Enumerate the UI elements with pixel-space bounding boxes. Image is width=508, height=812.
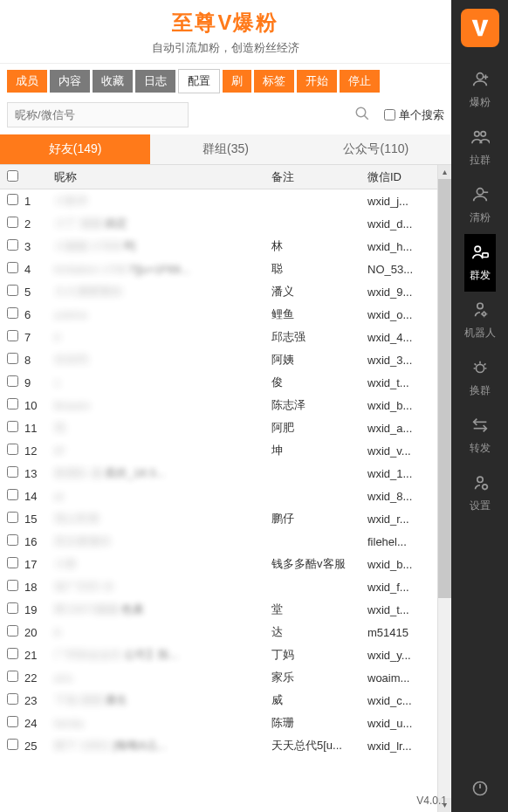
row-checkbox[interactable]: [7, 602, 18, 614]
row-checkbox[interactable]: [7, 262, 18, 273]
sidebar-item-jiqiren[interactable]: 机器人: [464, 292, 496, 349]
row-checkbox[interactable]: [7, 194, 18, 205]
row-wxid: wxid_c...: [367, 694, 437, 707]
log-button[interactable]: 日志: [135, 70, 175, 93]
row-checkbox[interactable]: [7, 398, 18, 409]
sidebar-item-baofen[interactable]: 爆粉: [464, 61, 496, 119]
row-checkbox[interactable]: [7, 489, 18, 500]
content-button[interactable]: 内容: [50, 70, 90, 93]
row-number: 9: [24, 376, 51, 389]
table-row[interactable]: 208达m51415: [0, 621, 437, 643]
table-row[interactable]: 17小兽钱多多酷v客服wxid_b...: [0, 553, 437, 575]
row-remark: 阿肥: [271, 420, 367, 436]
header-nick[interactable]: 昵称: [51, 169, 271, 185]
row-number: 17: [24, 558, 51, 571]
row-checkbox[interactable]: [7, 648, 18, 659]
scroll-up-button[interactable]: ▴: [438, 165, 451, 179]
header-wxid[interactable]: 微信ID: [367, 169, 437, 185]
row-wxid: wxid_y...: [367, 649, 437, 662]
table-row[interactable]: 10Brasen陈志泽wxid_b...: [0, 394, 437, 416]
table-row[interactable]: 23下场 团团 潘生威wxid_c...: [0, 689, 437, 712]
table-row[interactable]: 24family陈珊wxid_u...: [0, 712, 437, 734]
table-row[interactable]: 14alwxid_8...: [0, 485, 437, 507]
vertical-scrollbar[interactable]: ▴ ▾: [437, 165, 451, 812]
table-row[interactable]: 12IP坤wxid_v...: [0, 439, 437, 462]
table-row[interactable]: 7if邱志强wxid_4...: [0, 326, 437, 348]
row-remark: 阿姨: [271, 352, 367, 368]
single-search-checkbox[interactable]: [384, 109, 395, 120]
sidebar-item-qunfa[interactable]: 群发: [464, 234, 496, 292]
table-row[interactable]: 1小新米wxid_j...: [0, 189, 437, 212]
row-checkbox[interactable]: [7, 671, 18, 682]
row-checkbox[interactable]: [7, 716, 18, 727]
config-button[interactable]: 配置: [178, 69, 220, 93]
select-all-checkbox[interactable]: [7, 170, 18, 182]
row-checkbox[interactable]: [7, 239, 18, 251]
start-button[interactable]: 开始: [297, 70, 337, 93]
stop-button[interactable]: 停止: [340, 70, 380, 93]
tags-button[interactable]: 标签: [254, 70, 294, 93]
row-checkbox[interactable]: [7, 512, 18, 523]
power-icon[interactable]: [471, 771, 489, 812]
refresh-button[interactable]: 刷: [223, 70, 251, 93]
table-row[interactable]: 4limitation 17087][u+1F69...聪NO_53...: [0, 258, 437, 280]
header-remark[interactable]: 备注: [271, 169, 367, 185]
row-checkbox-cell: [0, 375, 24, 389]
row-checkbox[interactable]: [7, 444, 18, 455]
row-remark: 威: [271, 692, 367, 708]
search-icon[interactable]: [354, 106, 370, 125]
favorite-button[interactable]: 收藏: [93, 70, 133, 93]
right-sidebar: 爆粉拉群清粉群发机器人换群转发设置: [451, 0, 508, 812]
table-row[interactable]: 91俊wxid_t...: [0, 371, 437, 394]
tab-friends[interactable]: 好友(149): [0, 134, 150, 164]
row-checkbox[interactable]: [7, 739, 18, 750]
row-checkbox[interactable]: [7, 285, 18, 296]
sidebar-item-zhuanfa[interactable]: 转发: [464, 407, 496, 464]
row-checkbox[interactable]: [7, 693, 18, 705]
row-checkbox[interactable]: [7, 534, 18, 546]
table-row[interactable]: 5大大遇爱爱的潘义wxid_9...: [0, 280, 437, 303]
table-row[interactable]: 8你在吗阿姨wxid_3...: [0, 348, 437, 371]
table-row[interactable]: 6yukina鲤鱼wxid_o...: [0, 303, 437, 326]
table-row[interactable]: 18加广归归 水wxid_f...: [0, 575, 437, 598]
row-checkbox[interactable]: [7, 330, 18, 341]
sidebar-item-laqun[interactable]: 拉群: [464, 119, 496, 176]
table-row[interactable]: 11我阿肥wxid_a...: [0, 416, 437, 439]
tab-accounts[interactable]: 公众号(110): [301, 134, 451, 164]
app-title: 至尊V爆粉: [0, 9, 451, 37]
table-row[interactable]: 22ans家乐woaim...: [0, 666, 437, 689]
sidebar-item-huanqun[interactable]: 换群: [464, 349, 496, 407]
row-number: 5: [24, 286, 51, 299]
tab-groups[interactable]: 群组(35): [150, 134, 300, 164]
table-row[interactable]: 21广州协会会长公司】陈...丁妈wxid_y...: [0, 643, 437, 666]
table-row[interactable]: 16其实最懂你filehel...: [0, 530, 437, 553]
sidebar-item-shezhi[interactable]: 设置: [464, 464, 496, 522]
table-row[interactable]: 3小圆圆 17606B]林wxid_h...: [0, 235, 437, 258]
row-nick: 柳下 18801]每晚8点...: [51, 738, 271, 754]
row-nick: al: [51, 490, 271, 503]
single-search-label[interactable]: 单个搜索: [384, 107, 444, 123]
row-checkbox-cell: [0, 466, 24, 480]
sidebar-item-qingfen[interactable]: 清粉: [464, 176, 496, 234]
table-row[interactable]: 15我心听着鹏仔wxid_r...: [0, 507, 437, 530]
row-checkbox[interactable]: [7, 217, 18, 228]
row-checkbox[interactable]: [7, 421, 18, 432]
row-wxid: wxid_8...: [367, 490, 437, 503]
scroll-thumb[interactable]: [438, 179, 451, 598]
row-checkbox[interactable]: [7, 353, 18, 364]
svg-point-11: [477, 303, 482, 308]
row-checkbox[interactable]: [7, 580, 18, 591]
row-checkbox[interactable]: [7, 557, 18, 568]
row-checkbox[interactable]: [7, 307, 18, 319]
row-number: 15: [24, 513, 51, 526]
search-input[interactable]: [7, 102, 189, 127]
scroll-track[interactable]: [438, 598, 451, 798]
table-row[interactable]: 13新团队 圆底价_18:3...wxid_1...: [0, 462, 437, 485]
row-checkbox[interactable]: [7, 625, 18, 637]
row-checkbox[interactable]: [7, 466, 18, 478]
table-row[interactable]: 2小丁 圆圆 搞定wxid_d...: [0, 212, 437, 235]
members-button[interactable]: 成员: [7, 70, 47, 93]
row-checkbox[interactable]: [7, 375, 18, 387]
table-row[interactable]: 25柳下 18801]每晚8点...天天总代5[u...wxid_lr...: [0, 734, 437, 757]
table-row[interactable]: 19家15873圆圆色素堂wxid_t...: [0, 598, 437, 621]
